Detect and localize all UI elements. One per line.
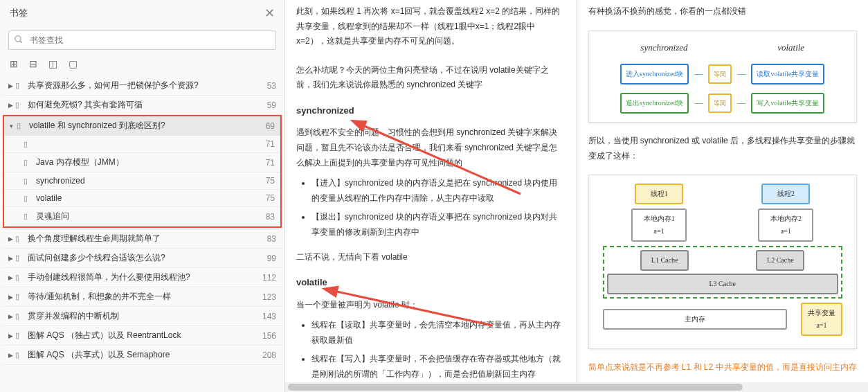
page-number: 83 <box>262 212 275 222</box>
diagram-box: 写入volatile共享变量 <box>751 93 824 114</box>
bookmark-item[interactable]: ▶ ▯ 如何避免死锁? 其实有套路可循 59 <box>3 96 282 115</box>
chevron-right-icon: ▶ <box>8 82 15 89</box>
expand-all-icon[interactable]: ⊞ <box>10 58 18 69</box>
bookmark-tree: ▶ ▯ 共享资源那么多，如何用一把锁保护多个资源? 53 ▶ ▯ 如何避免死锁?… <box>0 76 284 392</box>
collapse-all-icon[interactable]: ⊟ <box>29 58 37 69</box>
sidebar-toolbar: ⊞ ⊟ ◫ ▢ <box>0 54 284 76</box>
diagram-box: 等同 <box>708 64 732 84</box>
bookmark-icon[interactable]: ◫ <box>48 58 57 69</box>
chevron-right-icon: ▶ <box>8 235 15 242</box>
bookmark-subitem[interactable]: ▯ 灵魂追问 83 <box>4 207 280 226</box>
bookmark-glyph-icon: ▯ <box>17 121 26 130</box>
diagram-box: 共享变量 a=1 <box>801 303 842 336</box>
bookmark-subitem[interactable]: ▯ 71 <box>4 136 280 153</box>
page-left[interactable]: 此刻，如果线程 1 再次将 x=1回写，就会覆盖线程2 x=2 的结果，同样的共… <box>285 0 577 392</box>
body-text: 二话不说，无情向下看 volatile <box>296 250 566 265</box>
bookmark-glyph-icon: ▯ <box>24 140 33 149</box>
search-input[interactable] <box>8 30 276 50</box>
svg-line-1 <box>20 41 22 43</box>
diagram-box: 进入synchronized块 <box>620 64 689 84</box>
page-number: 59 <box>263 100 276 110</box>
body-text: 有种换汤不换药的感觉，你看的一点都没错 <box>588 4 858 19</box>
diagram-box: 退出synchronized块 <box>620 93 689 114</box>
bookmark-item[interactable]: ▶▯换个角度理解线程生命周期就简单了83 <box>3 229 282 249</box>
bookmark-glyph-icon: ▯ <box>15 292 25 301</box>
summary-text: 简单点来说就是不再参考 L1 和 L2 中共享变量的值，而是直接访问主内存 <box>588 360 858 375</box>
list-item: 线程在【写入】共享变量时，不会把值缓存在寄存器或其他地方（就是刚刚说的所谓的「工… <box>311 352 566 382</box>
chevron-right-icon: ▶ <box>8 332 15 339</box>
body-text: 遇到线程不安全的问题，习惯性的会想到用 synchronized 关键字来解决问… <box>296 125 566 170</box>
comparison-diagram: synchronized volatile 进入synchronized块 — … <box>588 30 858 123</box>
page-number: 99 <box>263 253 276 263</box>
chevron-right-icon: ▶ <box>8 313 15 320</box>
bookmark-glyph-icon: ▯ <box>15 234 25 243</box>
bookmark-sidebar: 书签 ✕ ⊞ ⊟ ◫ ▢ ▶ ▯ 共享资源那么多，如何用一把锁保护多个资源? 5… <box>0 0 285 392</box>
sidebar-title: 书签 <box>10 7 28 19</box>
heading-synchronized: synchronized <box>296 103 566 118</box>
page-number: 69 <box>262 121 275 131</box>
diagram-box: 线程1 <box>635 184 683 204</box>
diagram-box: 线程2 <box>761 184 810 204</box>
diagram-box: 等同 <box>708 93 732 113</box>
diagram-box: 本地内存1 a=1 <box>631 208 687 242</box>
bookmark-item[interactable]: ▶▯等待/通知机制，和想象的并不完全一样123 <box>3 287 282 307</box>
memory-diagram: 线程1 线程2 本地内存1 a=1 本地内存2 a=1 L1 Cache L2 … <box>588 175 858 349</box>
diagram-label: volatile <box>777 39 804 55</box>
bookmark-glyph-icon: ▯ <box>15 273 25 282</box>
page-number: 71 <box>262 158 275 168</box>
bookmark-glyph-icon: ▯ <box>15 81 25 90</box>
bookmark-glyph-icon: ▯ <box>15 312 25 321</box>
diagram-box: 主内存 <box>603 309 788 330</box>
chevron-right-icon: ▶ <box>8 274 15 281</box>
bookmark-glyph-icon: ▯ <box>24 177 33 186</box>
diagram-box: L2 Cache <box>756 250 804 271</box>
body-text: 当一个变量被声明为 volatile 时： <box>296 298 566 313</box>
page-number: 112 <box>258 273 276 283</box>
page-number: 83 <box>263 234 276 244</box>
bookmark-glyph-icon: ▯ <box>24 194 33 203</box>
list-item: 线程在【读取】共享变量时，会先清空本地内存变量值，再从主内存获取最新值 <box>311 318 566 348</box>
bookmark-item[interactable]: ▶▯图解 AQS （共享式）以及 Semaphore208 <box>3 346 282 365</box>
diagram-label: synchronized <box>640 39 687 55</box>
bookmark-item-selected[interactable]: ▾ ▯ volatile 和 synchronized 到底啥区别? 69 <box>4 116 280 136</box>
scrollbar-thumb[interactable] <box>288 384 743 391</box>
bookmark-subitem[interactable]: ▯ Java 内存模型（JMM） 71 <box>4 153 280 172</box>
bookmark-glyph-icon: ▯ <box>15 350 25 359</box>
bookmark-item[interactable]: ▶▯手动创建线程很简单，为什么要使用线程池?112 <box>3 268 282 287</box>
search-icon <box>14 35 24 46</box>
bookmark-subitem[interactable]: ▯ synchronized 75 <box>4 172 280 190</box>
close-icon[interactable]: ✕ <box>264 6 275 21</box>
chevron-right-icon: ▶ <box>8 352 15 359</box>
heading-volatile: volatile <box>296 274 566 290</box>
list-item: 【进入】synchronized 块的内存语义是把在 synchronized … <box>311 176 566 206</box>
bookmark-glyph-icon: ▯ <box>24 158 33 167</box>
chevron-down-icon: ▾ <box>10 123 17 130</box>
chevron-right-icon: ▶ <box>8 255 15 262</box>
chevron-right-icon: ▶ <box>8 102 15 109</box>
bookmark-item[interactable]: ▶ ▯ 共享资源那么多，如何用一把锁保护多个资源? 53 <box>3 76 282 96</box>
svg-point-0 <box>15 36 21 42</box>
diagram-box: 读取volatile共享变量 <box>751 64 824 84</box>
body-text: 怎么补坑呢？今天的两位主角闪亮登场，不过在说明 volatile关键字之前，我们… <box>296 63 566 93</box>
bookmark-item[interactable]: ▶▯面试问创建多少个线程合适该怎么说?99 <box>3 249 282 268</box>
body-text: 此刻，如果线程 1 再次将 x=1回写，就会覆盖线程2 x=2 的结果，同样的共… <box>296 4 566 49</box>
horizontal-scrollbar[interactable] <box>285 382 868 392</box>
bookmark-item[interactable]: ▶▯贯穿并发编程的中断机制143 <box>3 307 282 326</box>
page-number: 75 <box>262 193 275 203</box>
bookmark-item[interactable]: ▶▯图解 AQS （独占式）以及 ReentrantLock156 <box>3 326 282 346</box>
bookmark-glyph-icon: ▯ <box>24 212 33 221</box>
page-right[interactable]: 有种换汤不换药的感觉，你看的一点都没错 synchronized volatil… <box>577 0 869 392</box>
page-number: 71 <box>262 139 275 149</box>
diagram-box: 本地内存2 a=1 <box>758 208 813 242</box>
bookmark-outline-icon[interactable]: ▢ <box>69 58 78 69</box>
bookmark-subitem[interactable]: ▯ volatile 75 <box>4 190 280 207</box>
diagram-box: L3 Cache <box>607 274 839 294</box>
page-number: 123 <box>258 292 276 302</box>
page-number: 75 <box>262 176 275 186</box>
list-item: 【退出】synchronized 块的内存语义事把在 synchronized … <box>311 210 566 240</box>
page-number: 53 <box>263 81 276 91</box>
bookmark-glyph-icon: ▯ <box>15 253 25 262</box>
highlighted-section: ▾ ▯ volatile 和 synchronized 到底啥区别? 69 ▯ … <box>3 115 282 228</box>
diagram-box: L1 Cache <box>640 250 689 271</box>
bookmark-glyph-icon: ▯ <box>15 100 25 109</box>
